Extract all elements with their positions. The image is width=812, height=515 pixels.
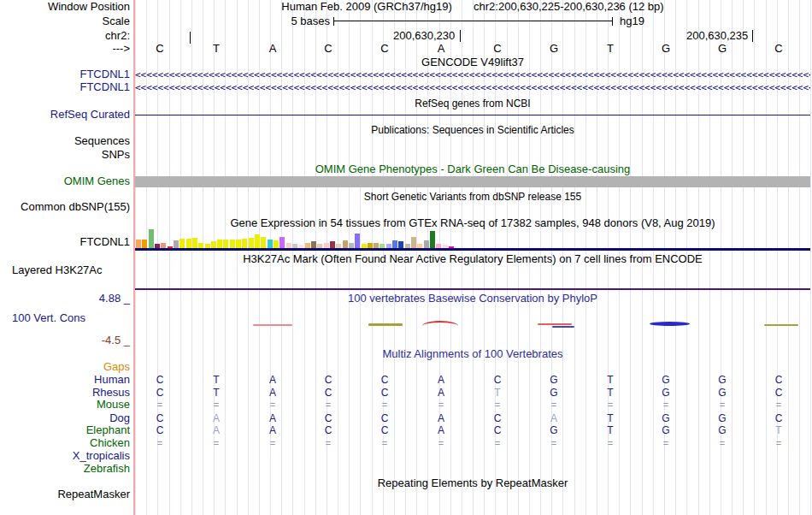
alignment-cell[interactable]: = (547, 437, 561, 450)
alignment-cell[interactable]: C (378, 412, 391, 425)
gtex-tissue-bar[interactable] (286, 243, 291, 248)
gtex-tissue-bar[interactable] (217, 240, 222, 248)
alignment-cell[interactable]: = (715, 437, 729, 450)
alignment-cell[interactable]: C (772, 412, 786, 425)
alignment-cell[interactable]: = (547, 399, 561, 411)
alignment-cell[interactable]: C (153, 374, 167, 387)
multiz-track-title[interactable]: Multiz Alignments of 100 Vertebrates (135, 348, 810, 360)
h3k27ac-signal-line[interactable] (135, 288, 810, 290)
common-dbsnp-label[interactable]: Common dbSNP(155) (0, 201, 130, 213)
alignment-cell[interactable]: G (547, 374, 561, 387)
gtex-tissue-bar[interactable] (298, 245, 303, 248)
gtex-tissue-bar[interactable] (136, 240, 141, 248)
base-letter[interactable]: C (321, 43, 335, 55)
vert-cons-label[interactable]: 100 Vert. Cons (12, 312, 85, 324)
alignment-cell[interactable]: = (715, 399, 729, 411)
gtex-tissue-bar[interactable] (268, 240, 273, 248)
alignment-cell[interactable]: A (209, 412, 223, 425)
alignment-cell[interactable]: C (772, 387, 786, 400)
gtex-tissue-bar[interactable] (155, 244, 160, 248)
alignment-cell[interactable]: G (715, 374, 729, 387)
alignment-cell[interactable]: A (547, 412, 561, 425)
gtex-tissue-bar[interactable] (405, 244, 410, 248)
alignment-cell[interactable]: = (659, 437, 673, 450)
base-letter[interactable]: A (434, 43, 448, 55)
alignment-cell[interactable]: C (378, 424, 391, 437)
gtex-tissue-bar[interactable] (336, 244, 341, 248)
gtex-tissue-bar[interactable] (249, 238, 254, 248)
gtex-tissue-bar[interactable] (192, 238, 197, 248)
phylop-mark[interactable] (538, 323, 572, 325)
alignment-cell[interactable]: = (772, 399, 786, 411)
gtex-tissue-bar[interactable] (279, 237, 285, 248)
refseq-curated-label[interactable]: RefSeq Curated (0, 109, 130, 121)
gtex-tissue-bar[interactable] (380, 244, 385, 248)
sequences-label[interactable]: Sequences (0, 135, 130, 147)
multiz-species-label-x_tropicalis[interactable]: X_tropicalis (0, 450, 130, 462)
multiz-species-label-mouse[interactable]: Mouse (0, 399, 130, 411)
gtex-tissue-bar[interactable] (161, 243, 166, 248)
alignment-cell[interactable]: = (153, 399, 167, 411)
gtex-tissue-bar[interactable] (255, 234, 260, 248)
repeatmasker-label[interactable]: RepeatMasker (0, 488, 130, 500)
gtex-tissue-bar[interactable] (223, 240, 228, 248)
alignment-cell[interactable]: C (321, 412, 335, 425)
alignment-cell[interactable]: C (378, 387, 391, 400)
gtex-tissue-bar[interactable] (398, 241, 403, 248)
refseq-curated-line[interactable] (135, 115, 810, 115)
alignment-cell[interactable]: = (434, 399, 448, 411)
gtex-tissue-bar[interactable] (330, 241, 335, 248)
gtex-gene-model-line[interactable] (135, 248, 810, 251)
alignment-cell[interactable]: C (153, 412, 167, 425)
gtex-tissue-bar[interactable] (149, 229, 154, 248)
alignment-cell[interactable]: = (603, 437, 617, 450)
gtex-tissue-bar[interactable] (230, 240, 235, 248)
alignment-cell[interactable]: C (491, 412, 504, 425)
alignment-cell[interactable]: = (266, 399, 279, 411)
alignment-cell[interactable]: A (266, 387, 279, 400)
alignment-cell[interactable]: = (603, 399, 617, 411)
multiz-species-label-dog[interactable]: Dog (0, 412, 130, 424)
base-letter[interactable]: G (659, 43, 673, 55)
alignment-cell[interactable]: T (209, 374, 223, 387)
alignment-cell[interactable]: = (772, 437, 786, 450)
alignment-cell[interactable]: A (434, 412, 448, 425)
alignment-cell[interactable]: T (491, 387, 504, 400)
alignment-cell[interactable]: = (209, 437, 223, 450)
alignment-cell[interactable]: A (434, 387, 448, 400)
phylop-track-title[interactable]: 100 vertebrates Basewise Conservation by… (135, 293, 810, 305)
alignment-cell[interactable]: T (603, 412, 617, 425)
multiz-species-label-elephant[interactable]: Elephant (0, 424, 130, 436)
alignment-cell[interactable]: T (603, 374, 617, 387)
phylop-mark[interactable] (368, 323, 403, 326)
base-letter[interactable]: A (266, 43, 279, 55)
omim-genes-label[interactable]: OMIM Genes (0, 175, 130, 187)
ftcdnl1-transcript-2[interactable]: <<<<<<<<<<<<<<<<<<<<<<<<<<<<<<<<<<<<<<<<… (135, 84, 810, 92)
base-letter[interactable]: T (209, 43, 223, 55)
gtex-tissue-bar[interactable] (411, 237, 416, 248)
strand-direction-label[interactable]: ---> (0, 43, 130, 55)
omim-track-title[interactable]: OMIM Gene Phenotypes - Dark Green Can Be… (135, 163, 810, 175)
gencode-track-title[interactable]: GENCODE V49lift37 (135, 56, 810, 68)
gtex-tissue-bar[interactable] (292, 244, 297, 248)
dbsnp-track-title[interactable]: Short Genetic Variants from dbSNP releas… (135, 191, 810, 203)
base-letter[interactable]: G (715, 43, 729, 55)
snps-label[interactable]: SNPs (0, 149, 130, 161)
alignment-cell[interactable]: A (266, 374, 279, 387)
multiz-species-label-rhesus[interactable]: Rhesus (0, 387, 130, 399)
alignment-cell[interactable]: = (266, 437, 279, 450)
gtex-tissue-bar[interactable] (417, 244, 422, 248)
alignment-cell[interactable]: = (378, 437, 391, 450)
phylop-mark[interactable] (552, 326, 574, 328)
gtex-tissue-bar[interactable] (205, 244, 210, 248)
gtex-tissue-bar[interactable] (261, 237, 266, 248)
alignment-cell[interactable]: T (772, 424, 786, 437)
genome-browser-image[interactable]: Window Position Scale chr2: ---> Human F… (0, 0, 812, 515)
alignment-cell[interactable]: G (715, 424, 729, 437)
gtex-tissue-bar[interactable] (168, 246, 173, 248)
gtex-tissue-bar[interactable] (368, 243, 373, 248)
phylop-mark[interactable] (422, 321, 458, 326)
alignment-cell[interactable]: G (659, 412, 673, 425)
alignment-cell[interactable]: C (772, 374, 786, 387)
gtex-tissue-bar[interactable] (443, 245, 448, 248)
